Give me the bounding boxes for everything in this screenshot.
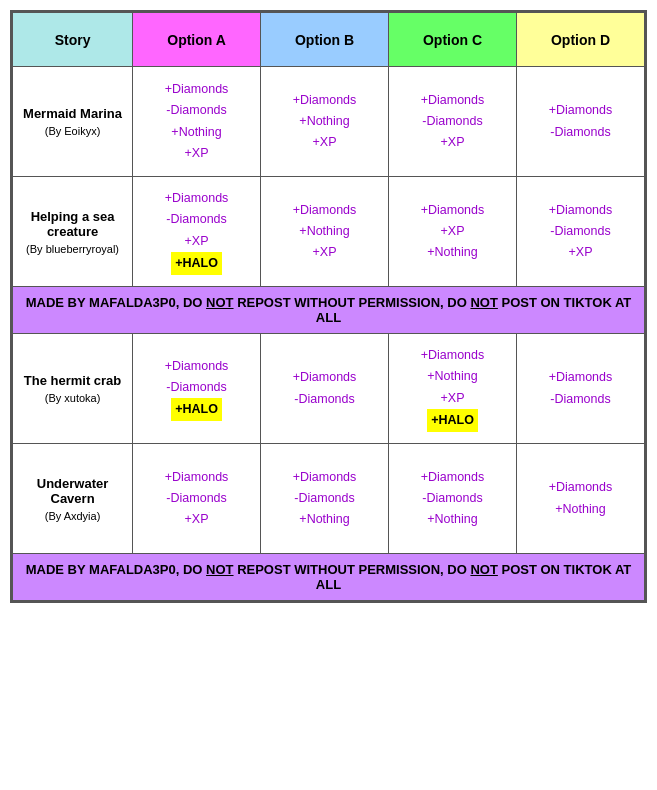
effect-line: +XP <box>185 234 209 248</box>
header-optA: Option A <box>133 13 261 67</box>
halo-badge: +HALO <box>427 409 478 432</box>
story-author: (By blueberryroyal) <box>17 243 128 255</box>
option-optc-cell: +Diamonds-Diamonds+XP <box>389 67 517 177</box>
option-opta-cell: +Diamonds-Diamonds+XP <box>133 444 261 554</box>
effect-line: +Nothing <box>555 502 605 516</box>
effect-line: +Diamonds <box>293 470 357 484</box>
effect-line: +XP <box>313 245 337 259</box>
story-title: Underwater Cavern <box>17 476 128 506</box>
option-opta-cell: +Diamonds-Diamonds+Nothing+XP <box>133 67 261 177</box>
option-optb-cell: +Diamonds+Nothing+XP <box>261 177 389 287</box>
table-row: The hermit crab(By xutoka)+Diamonds-Diam… <box>13 334 645 444</box>
effect-line: -Diamonds <box>550 125 610 139</box>
notice-row: MADE BY MAFALDA3P0, DO NOT REPOST WITHOU… <box>13 287 645 334</box>
effect-line: +Diamonds <box>421 93 485 107</box>
option-optb-cell: +Diamonds-Diamonds+Nothing <box>261 444 389 554</box>
option-optd-cell: +Diamonds-Diamonds+XP <box>516 177 644 287</box>
effect-line: -Diamonds <box>166 103 226 117</box>
story-title: The hermit crab <box>17 373 128 388</box>
option-optd-cell: +Diamonds-Diamonds <box>516 334 644 444</box>
story-author: (By Axdyia) <box>17 510 128 522</box>
effect-line: +XP <box>441 135 465 149</box>
option-opta-cell: +Diamonds-Diamonds+XP+HALO <box>133 177 261 287</box>
effect-line: -Diamonds <box>294 491 354 505</box>
effect-line: +XP <box>441 391 465 405</box>
effect-line: -Diamonds <box>550 224 610 238</box>
notice-cell: MADE BY MAFALDA3P0, DO NOT REPOST WITHOU… <box>13 554 645 601</box>
effect-line: +Nothing <box>427 512 477 526</box>
effect-line: +Nothing <box>171 125 221 139</box>
effect-line: +XP <box>313 135 337 149</box>
story-cell: Underwater Cavern(By Axdyia) <box>13 444 133 554</box>
story-author: (By xutoka) <box>17 392 128 404</box>
effect-line: -Diamonds <box>422 114 482 128</box>
effect-line: -Diamonds <box>294 392 354 406</box>
effect-line: +Diamonds <box>293 203 357 217</box>
effect-line: -Diamonds <box>166 380 226 394</box>
effect-line: -Diamonds <box>166 212 226 226</box>
option-optb-cell: +Diamonds-Diamonds <box>261 334 389 444</box>
effect-line: +Nothing <box>299 224 349 238</box>
effect-line: +Diamonds <box>549 203 613 217</box>
notice-cell: MADE BY MAFALDA3P0, DO NOT REPOST WITHOU… <box>13 287 645 334</box>
header-optC: Option C <box>389 13 517 67</box>
header-story: Story <box>13 13 133 67</box>
story-title: Helping a sea creature <box>17 209 128 239</box>
option-optc-cell: +Diamonds+Nothing+XP+HALO <box>389 334 517 444</box>
effect-line: -Diamonds <box>422 491 482 505</box>
main-table: Story Option A Option B Option C Option … <box>10 10 647 603</box>
effect-line: -Diamonds <box>550 392 610 406</box>
effect-line: +Diamonds <box>165 470 229 484</box>
effect-line: +Diamonds <box>165 359 229 373</box>
notice-row: MADE BY MAFALDA3P0, DO NOT REPOST WITHOU… <box>13 554 645 601</box>
header-optD: Option D <box>516 13 644 67</box>
effect-line: +XP <box>441 224 465 238</box>
effect-line: +XP <box>185 512 209 526</box>
option-optd-cell: +Diamonds-Diamonds <box>516 67 644 177</box>
header-optB: Option B <box>261 13 389 67</box>
effect-line: +Diamonds <box>165 191 229 205</box>
effect-line: +Diamonds <box>421 203 485 217</box>
effect-line: +Nothing <box>427 369 477 383</box>
effect-line: +Diamonds <box>293 370 357 384</box>
story-title: Mermaid Marina <box>17 106 128 121</box>
option-optb-cell: +Diamonds+Nothing+XP <box>261 67 389 177</box>
effect-line: +Nothing <box>427 245 477 259</box>
table-row: Underwater Cavern(By Axdyia)+Diamonds-Di… <box>13 444 645 554</box>
effect-line: +Diamonds <box>421 348 485 362</box>
effect-line: +XP <box>185 146 209 160</box>
option-opta-cell: +Diamonds-Diamonds+HALO <box>133 334 261 444</box>
story-cell: The hermit crab(By xutoka) <box>13 334 133 444</box>
header-row: Story Option A Option B Option C Option … <box>13 13 645 67</box>
story-cell: Helping a sea creature(By blueberryroyal… <box>13 177 133 287</box>
halo-badge: +HALO <box>171 398 222 421</box>
story-cell: Mermaid Marina(By Eoikyx) <box>13 67 133 177</box>
table-row: Mermaid Marina(By Eoikyx)+Diamonds-Diamo… <box>13 67 645 177</box>
effect-line: +Diamonds <box>293 93 357 107</box>
effect-line: +XP <box>569 245 593 259</box>
effect-line: +Nothing <box>299 512 349 526</box>
table-row: Helping a sea creature(By blueberryroyal… <box>13 177 645 287</box>
effect-line: -Diamonds <box>166 491 226 505</box>
option-optd-cell: +Diamonds+Nothing <box>516 444 644 554</box>
story-author: (By Eoikyx) <box>17 125 128 137</box>
effect-line: +Nothing <box>299 114 349 128</box>
option-optc-cell: +Diamonds-Diamonds+Nothing <box>389 444 517 554</box>
halo-badge: +HALO <box>171 252 222 275</box>
effect-line: +Diamonds <box>549 370 613 384</box>
effect-line: +Diamonds <box>421 470 485 484</box>
option-optc-cell: +Diamonds+XP+Nothing <box>389 177 517 287</box>
effect-line: +Diamonds <box>549 103 613 117</box>
effect-line: +Diamonds <box>549 480 613 494</box>
effect-line: +Diamonds <box>165 82 229 96</box>
